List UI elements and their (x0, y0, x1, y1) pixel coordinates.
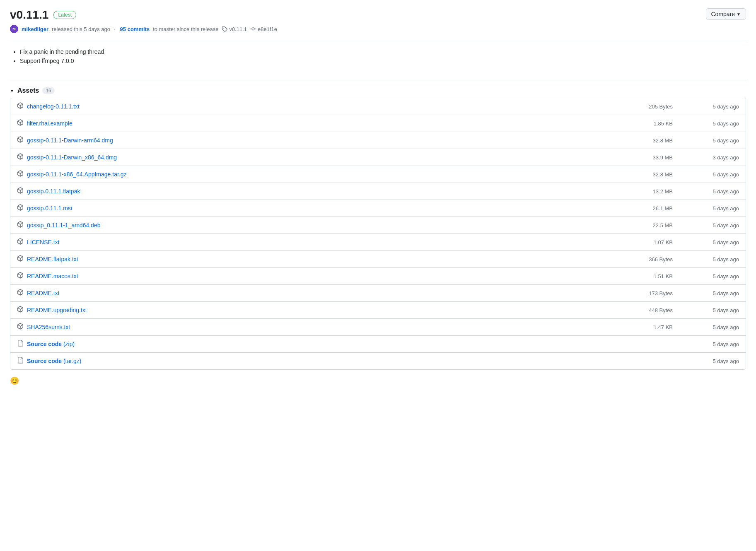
assets-header[interactable]: ▼ Assets 16 (10, 87, 746, 94)
commits-link[interactable]: 95 commits (120, 26, 150, 32)
asset-link[interactable]: LICENSE.txt (27, 239, 590, 245)
asset-row: gossip.0.11.1.msi26.1 MB5 days ago (10, 200, 746, 217)
asset-link[interactable]: Source code (zip) (27, 341, 590, 347)
archive-icon (17, 272, 24, 280)
asset-row: gossip-0.11.1-Darwin-arm64.dmg32.8 MB5 d… (10, 132, 746, 149)
asset-date: 5 days ago (689, 171, 739, 178)
asset-date: 5 days ago (689, 358, 739, 364)
asset-date: 5 days ago (689, 256, 739, 262)
source-code-icon (17, 357, 24, 365)
asset-link[interactable]: gossip-0.11.1-x86_64.AppImage.tar.gz (27, 171, 590, 178)
latest-badge: Latest (53, 11, 76, 19)
asset-link[interactable]: changelog-0.11.1.txt (27, 103, 590, 110)
chevron-down-icon: ▼ (737, 12, 741, 17)
asset-link[interactable]: Source code (tar.gz) (27, 358, 590, 364)
commit-hash: e8e1f1e (258, 26, 277, 32)
dot-separator (114, 26, 117, 32)
release-notes: Fix a panic in the pending threadSupport… (10, 47, 746, 73)
asset-date: 3 days ago (689, 154, 739, 161)
asset-link[interactable]: gossip.0.11.1.msi (27, 205, 590, 212)
asset-size: 32.8 MB (590, 171, 673, 178)
release-title: v0.11.1 (10, 8, 48, 22)
archive-icon (17, 221, 24, 229)
release-notes-list: Fix a panic in the pending threadSupport… (10, 48, 746, 64)
commit-icon (250, 26, 256, 32)
compare-button[interactable]: Compare ▼ (706, 8, 746, 20)
asset-date: 5 days ago (689, 188, 739, 195)
asset-size: 366 Bytes (590, 256, 673, 262)
compare-label: Compare (711, 11, 735, 17)
assets-table: changelog-0.11.1.txt205 Bytes5 days agof… (10, 98, 746, 370)
asset-row: README.txt173 Bytes5 days ago (10, 285, 746, 302)
archive-icon (17, 170, 24, 178)
asset-link[interactable]: README.macos.txt (27, 273, 590, 279)
archive-icon (17, 306, 24, 314)
release-note-item: Support ffmpeg 7.0.0 (20, 58, 746, 64)
asset-size: 448 Bytes (590, 307, 673, 313)
asset-link[interactable]: gossip.0.11.1.flatpak (27, 188, 590, 195)
asset-link[interactable]: README.upgrading.txt (27, 307, 590, 313)
asset-row: changelog-0.11.1.txt205 Bytes5 days ago (10, 98, 746, 115)
archive-icon (17, 136, 24, 144)
asset-link[interactable]: README.flatpak.txt (27, 256, 590, 262)
asset-size: 205 Bytes (590, 103, 673, 110)
asset-row: Source code (tar.gz)5 days ago (10, 353, 746, 369)
asset-date: 5 days ago (689, 290, 739, 296)
archive-icon (17, 323, 24, 331)
archive-icon (17, 119, 24, 128)
asset-date: 5 days ago (689, 341, 739, 347)
asset-link[interactable]: filter.rhai.example (27, 120, 590, 127)
asset-date: 5 days ago (689, 307, 739, 313)
top-divider (10, 40, 746, 40)
asset-row: SHA256sums.txt1.47 KB5 days ago (10, 319, 746, 336)
archive-icon (17, 204, 24, 212)
asset-row: filter.rhai.example1.85 KB5 days ago (10, 115, 746, 132)
released-ago: released this 5 days ago (52, 26, 110, 32)
source-code-icon (17, 340, 24, 348)
archive-icon (17, 255, 24, 263)
title-area: v0.11.1 Latest (10, 8, 76, 22)
asset-row: README.upgrading.txt448 Bytes5 days ago (10, 302, 746, 319)
asset-size: 1.51 KB (590, 273, 673, 279)
asset-size: 26.1 MB (590, 205, 673, 212)
asset-size: 1.47 KB (590, 324, 673, 330)
archive-icon (17, 238, 24, 246)
assets-section: ▼ Assets 16 changelog-0.11.1.txt205 Byte… (10, 87, 746, 370)
asset-size: 1.07 KB (590, 239, 673, 245)
commit-badge: e8e1f1e (250, 26, 277, 32)
asset-row: gossip-0.11.1-Darwin_x86_64.dmg33.9 MB3 … (10, 149, 746, 166)
emoji-reaction-button[interactable]: 😊 (10, 376, 746, 385)
tag-value: v0.11.1 (229, 26, 247, 32)
archive-icon (17, 153, 24, 161)
asset-link[interactable]: gossip-0.11.1-Darwin_x86_64.dmg (27, 154, 590, 161)
bottom-divider (10, 80, 746, 80)
asset-date: 5 days ago (689, 137, 739, 144)
asset-date: 5 days ago (689, 273, 739, 279)
asset-row: Source code (zip)5 days ago (10, 336, 746, 353)
archive-icon (17, 102, 24, 111)
asset-size: 32.8 MB (590, 137, 673, 144)
asset-row: gossip_0.11.1-1_amd64.deb22.5 MB5 days a… (10, 217, 746, 234)
author-link[interactable]: mikedilger (22, 26, 48, 32)
archive-icon (17, 289, 24, 297)
asset-link[interactable]: SHA256sums.txt (27, 324, 590, 330)
asset-date: 5 days ago (689, 205, 739, 212)
asset-link[interactable]: gossip_0.11.1-1_amd64.deb (27, 222, 590, 229)
assets-title: Assets (17, 87, 39, 94)
asset-size: 22.5 MB (590, 222, 673, 229)
emoji-icon: 😊 (10, 377, 19, 385)
avatar: M (10, 25, 18, 33)
asset-date: 5 days ago (689, 103, 739, 110)
asset-link[interactable]: gossip-0.11.1-Darwin-arm64.dmg (27, 137, 590, 144)
asset-row: README.flatpak.txt366 Bytes5 days ago (10, 251, 746, 268)
commits-suffix: to master since this release (153, 26, 218, 32)
assets-toggle-icon: ▼ (10, 89, 14, 93)
release-header: v0.11.1 Latest Compare ▼ (10, 8, 746, 22)
asset-date: 5 days ago (689, 324, 739, 330)
asset-link[interactable]: README.txt (27, 290, 590, 296)
asset-row: gossip-0.11.1-x86_64.AppImage.tar.gz32.8… (10, 166, 746, 183)
asset-row: LICENSE.txt1.07 KB5 days ago (10, 234, 746, 251)
asset-size: 1.85 KB (590, 120, 673, 127)
asset-row: README.macos.txt1.51 KB5 days ago (10, 268, 746, 285)
release-note-item: Fix a panic in the pending thread (20, 48, 746, 55)
